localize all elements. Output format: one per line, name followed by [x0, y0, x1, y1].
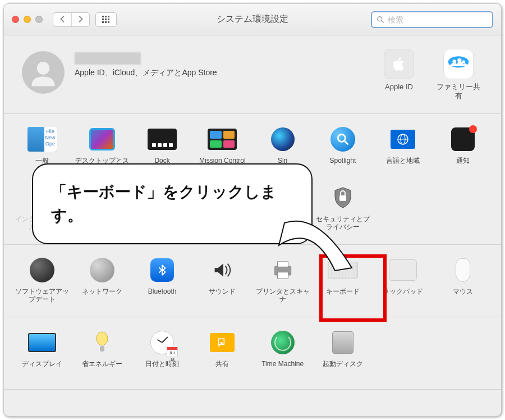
svg-rect-24 — [277, 272, 288, 279]
pref-notifications[interactable]: 通知 — [433, 123, 493, 177]
show-all-button[interactable] — [95, 12, 117, 27]
family-sharing-icon — [443, 49, 474, 79]
pref-security-privacy[interactable]: セキュリティとプライバシー — [313, 181, 373, 235]
toolbar: システム環境設定 — [4, 4, 501, 35]
pref-trackpad[interactable]: ラックパッド — [373, 254, 433, 308]
general-icon — [27, 127, 57, 152]
appleid-label: Apple ID — [385, 83, 413, 92]
zoom-window-button[interactable] — [35, 16, 43, 23]
mission-control-icon — [208, 129, 237, 150]
svg-point-13 — [452, 60, 456, 63]
pref-spotlight[interactable]: Spotlight — [313, 123, 373, 177]
energy-saver-icon — [96, 331, 108, 354]
keyboard-icon — [328, 262, 358, 279]
svg-point-25 — [97, 332, 108, 345]
svg-rect-23 — [277, 262, 288, 267]
pref-software-update[interactable]: ソフトウェアアップデート — [12, 254, 72, 308]
startup-disk-icon — [332, 331, 354, 354]
svg-rect-6 — [102, 21, 104, 23]
sound-icon — [210, 258, 234, 282]
back-button[interactable] — [53, 13, 71, 26]
pref-language-region[interactable]: 言語と地域 — [373, 123, 433, 177]
svg-rect-1 — [105, 16, 107, 17]
search-icon — [377, 16, 384, 24]
search-field[interactable] — [371, 11, 493, 28]
siri-icon — [271, 127, 295, 151]
family-sharing-label: ファミリー共有 — [434, 83, 483, 101]
language-region-icon — [391, 130, 415, 149]
close-window-button[interactable] — [12, 16, 19, 23]
mouse-icon — [456, 258, 470, 282]
pref-mouse[interactable]: マウス — [433, 254, 493, 308]
pref-time-machine[interactable]: Time Machine — [252, 326, 313, 380]
search-input[interactable] — [388, 15, 488, 24]
account-text: Apple ID、iCloud、メディアとApp Store — [75, 49, 217, 78]
pref-date-time[interactable]: JUL 18 日付と時刻 — [132, 326, 192, 380]
svg-rect-4 — [105, 19, 107, 20]
svg-rect-5 — [108, 19, 109, 20]
pref-printers-scanners[interactable]: プリンタとスキャナ — [252, 254, 313, 308]
instruction-callout: 「キーボード」をクリックします。 — [32, 163, 313, 244]
spotlight-icon — [330, 127, 355, 152]
pref-keyboard[interactable]: キーボード — [313, 254, 373, 308]
bluetooth-icon — [150, 258, 174, 282]
desktop-icon — [89, 128, 115, 150]
account-section: Apple ID、iCloud、メディアとApp Store Apple ID … — [4, 35, 501, 114]
svg-rect-2 — [108, 16, 109, 17]
pref-network[interactable]: ネットワーク — [72, 254, 132, 308]
dock-icon — [148, 129, 177, 150]
svg-rect-21 — [339, 195, 346, 201]
appleid-tile[interactable]: Apple ID — [374, 49, 424, 101]
svg-rect-0 — [102, 16, 104, 17]
sysprefs-window: システム環境設定 Apple ID、iCloud、メディアとApp Store … — [3, 3, 502, 417]
window-controls — [12, 16, 43, 23]
account-name-redacted — [75, 52, 141, 65]
nav-back-forward — [53, 12, 90, 27]
svg-rect-26 — [100, 346, 104, 351]
forward-button[interactable] — [71, 13, 89, 26]
svg-rect-8 — [108, 21, 109, 23]
software-update-icon — [30, 258, 54, 282]
pref-sound[interactable]: サウンド — [192, 254, 252, 308]
svg-rect-7 — [105, 21, 107, 23]
pref-sharing[interactable]: 共有 — [192, 326, 252, 380]
date-time-icon: JUL 18 — [150, 331, 174, 354]
pref-section-2: ソフトウェアアップデート ネットワーク Bluetooth サウンド プリンタと… — [4, 245, 501, 317]
display-icon — [28, 333, 56, 352]
svg-line-10 — [382, 20, 384, 22]
pref-displays[interactable]: ディスプレイ — [12, 326, 72, 380]
security-icon — [332, 186, 354, 209]
svg-point-11 — [37, 62, 50, 75]
pref-energy-saver[interactable]: 省エネルギー — [72, 326, 132, 380]
callout-text: 「キーボード」をクリックします。 — [51, 183, 277, 224]
minimize-window-button[interactable] — [24, 16, 31, 23]
svg-rect-3 — [102, 19, 104, 20]
family-sharing-tile[interactable]: ファミリー共有 — [434, 49, 483, 101]
svg-line-17 — [345, 141, 347, 144]
account-subtitle: Apple ID、iCloud、メディアとApp Store — [75, 68, 217, 78]
pref-bluetooth[interactable]: Bluetooth — [132, 254, 192, 308]
pref-startup-disk[interactable]: 起動ディスク — [313, 326, 373, 380]
user-avatar[interactable] — [22, 51, 65, 94]
sharing-icon — [210, 333, 235, 352]
time-machine-icon — [271, 331, 295, 354]
apple-logo-icon — [384, 49, 414, 79]
trackpad-icon — [389, 259, 417, 281]
notifications-icon — [451, 127, 475, 151]
printer-icon — [270, 259, 295, 281]
pref-section-3: ディスプレイ 省エネルギー JUL 18 日付と時刻 共有 Time Machi… — [4, 317, 501, 390]
network-icon — [90, 258, 114, 282]
